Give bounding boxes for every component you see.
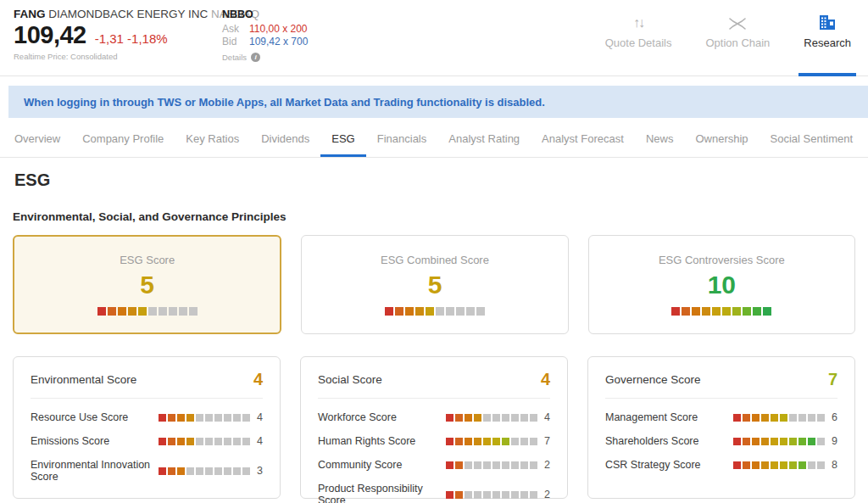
score-meter bbox=[671, 307, 771, 316]
score-row-value: 4 bbox=[250, 435, 263, 447]
meter-square bbox=[242, 467, 250, 475]
summary-cards: ESG Score5ESG Combined Score5ESG Controv… bbox=[13, 235, 855, 334]
meter-square bbox=[455, 491, 463, 499]
meter-square bbox=[817, 414, 825, 422]
meter-square bbox=[465, 461, 472, 469]
meter-square bbox=[520, 461, 528, 469]
tab-esg[interactable]: ESG bbox=[320, 120, 365, 157]
detail-card-social-score: Social Score4Workforce Score4Human Right… bbox=[300, 356, 568, 499]
price-source-note: Realtime Price: Consolidated bbox=[14, 52, 222, 61]
meter-square bbox=[722, 307, 731, 316]
tab-analyst-rating[interactable]: Analyst Rating bbox=[437, 120, 531, 157]
meter-square bbox=[446, 461, 453, 469]
meter-square bbox=[169, 307, 177, 316]
meter-square bbox=[466, 307, 475, 316]
tab-analyst-forecast[interactable]: Analyst Forecast bbox=[531, 120, 635, 157]
score-row-label: Shareholders Score bbox=[605, 435, 733, 447]
building-icon bbox=[819, 14, 837, 31]
quote-header: FANG DIAMONDBACK ENERGY INC NASDAQ 109,4… bbox=[0, 0, 868, 76]
meter-square bbox=[771, 461, 778, 469]
section-tab-bar: OverviewCompany ProfileKey RatiosDividen… bbox=[0, 118, 868, 158]
tab-overview[interactable]: Overview bbox=[3, 120, 71, 157]
tab-dividends[interactable]: Dividends bbox=[250, 120, 320, 157]
score-meter bbox=[446, 438, 537, 445]
tab-techincal-insights[interactable]: Techincal Insights bbox=[864, 120, 868, 157]
meter-square bbox=[476, 307, 485, 316]
tab-news[interactable]: News bbox=[635, 120, 685, 157]
summary-card-esg-combined-score[interactable]: ESG Combined Score5 bbox=[301, 235, 568, 334]
meter-square bbox=[511, 414, 519, 422]
score-row-product-responsibility-score: Product Responsibility Score2 bbox=[318, 483, 550, 503]
detail-card-score: 4 bbox=[253, 370, 263, 389]
summary-card-score: 5 bbox=[140, 271, 154, 299]
score-row-label: Human Rights Score bbox=[318, 435, 446, 447]
meter-square bbox=[780, 414, 787, 422]
meter-square bbox=[108, 307, 116, 316]
detail-card-score: 7 bbox=[828, 370, 837, 389]
summary-card-score: 10 bbox=[708, 271, 736, 299]
bid-label: Bid bbox=[222, 36, 249, 48]
quote-details-button[interactable]: ↑↓ Quote Details bbox=[605, 12, 672, 76]
price-change: -1,31 -1,18% bbox=[95, 31, 168, 46]
tab-key-ratios[interactable]: Key Ratios bbox=[175, 120, 250, 157]
score-meter bbox=[733, 461, 825, 469]
meter-square bbox=[530, 414, 537, 422]
meter-square bbox=[474, 491, 481, 499]
meter-square bbox=[817, 461, 825, 469]
tab-financials[interactable]: Financials bbox=[366, 120, 438, 157]
details-link[interactable]: Details i bbox=[222, 53, 308, 62]
meter-square bbox=[743, 414, 750, 422]
score-row-label: Environmental Innovation Score bbox=[31, 459, 159, 483]
notice-banner-text: When logging in through TWS or Mobile Ap… bbox=[24, 96, 545, 109]
meter-square bbox=[242, 438, 250, 445]
meter-square bbox=[483, 438, 491, 445]
summary-card-label: ESG Controversies Score bbox=[659, 254, 785, 266]
score-row-value: 6 bbox=[825, 411, 837, 423]
meter-square bbox=[224, 467, 231, 475]
research-button[interactable]: Research bbox=[804, 12, 851, 76]
score-row-value: 7 bbox=[537, 435, 550, 447]
meter-square bbox=[196, 414, 203, 422]
company-name: DIAMONDBACK ENERGY INC bbox=[48, 8, 208, 20]
meter-square bbox=[671, 307, 680, 316]
info-circle-icon[interactable]: i bbox=[251, 53, 260, 62]
meter-square bbox=[214, 438, 222, 445]
meter-square bbox=[224, 438, 231, 445]
meter-square bbox=[196, 467, 203, 475]
quote-details-label: Quote Details bbox=[605, 36, 672, 49]
meter-square bbox=[492, 438, 500, 445]
tab-ownership[interactable]: Ownership bbox=[684, 120, 759, 157]
score-row-value: 4 bbox=[537, 411, 550, 423]
option-chain-button[interactable]: Option Chain bbox=[705, 12, 770, 76]
meter-square bbox=[242, 414, 250, 422]
tab-social-sentiment[interactable]: Social Sentiment bbox=[760, 120, 865, 157]
score-meter bbox=[446, 414, 537, 422]
meter-square bbox=[446, 307, 454, 316]
arrows-up-down-icon: ↑↓ bbox=[633, 15, 643, 31]
score-meter bbox=[159, 414, 250, 422]
summary-card-esg-score[interactable]: ESG Score5 bbox=[13, 235, 281, 334]
meter-square bbox=[789, 414, 797, 422]
meter-square bbox=[789, 438, 797, 445]
meter-square bbox=[702, 307, 710, 316]
summary-card-label: ESG Combined Score bbox=[381, 254, 489, 266]
meter-square bbox=[492, 491, 500, 499]
detail-card-title: Environmental Score bbox=[31, 373, 136, 386]
meter-square bbox=[483, 414, 491, 422]
quote-block: FANG DIAMONDBACK ENERGY INC NASDAQ 109,4… bbox=[0, 0, 222, 75]
meter-square bbox=[186, 438, 194, 445]
tab-company-profile[interactable]: Company Profile bbox=[71, 120, 175, 157]
meter-square bbox=[214, 414, 222, 422]
score-row-value: 3 bbox=[250, 465, 263, 477]
summary-card-esg-controversies-score[interactable]: ESG Controversies Score10 bbox=[588, 235, 855, 334]
score-row-value: 4 bbox=[250, 411, 263, 423]
meter-square bbox=[752, 414, 760, 422]
meter-square bbox=[752, 438, 760, 445]
meter-square bbox=[502, 414, 509, 422]
meter-square bbox=[798, 438, 806, 445]
bid-value: 109,42 x 700 bbox=[249, 36, 308, 48]
meter-square bbox=[780, 461, 787, 469]
score-row-value: 2 bbox=[537, 489, 550, 500]
score-meter bbox=[446, 491, 537, 499]
meter-square bbox=[511, 461, 519, 469]
